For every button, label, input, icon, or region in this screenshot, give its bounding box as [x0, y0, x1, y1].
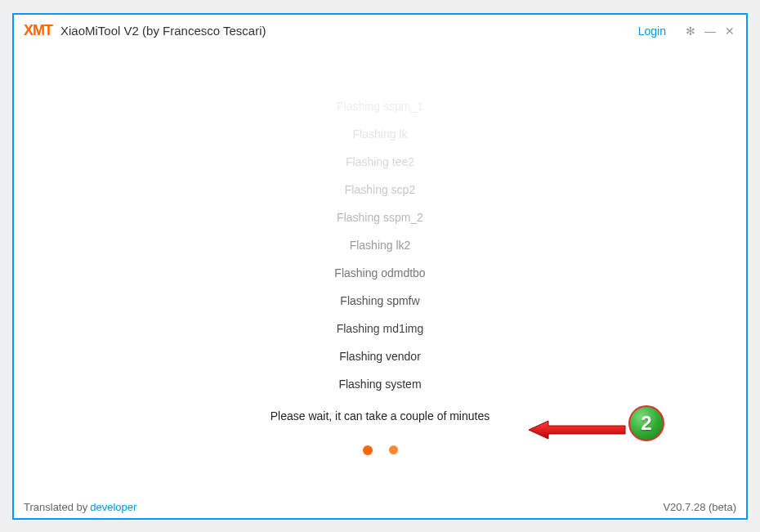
app-logo: XMT [24, 22, 52, 39]
log-line: Flashing tee2 [346, 155, 414, 168]
footer: Translated by developer V20.7.28 (beta) [14, 496, 746, 518]
log-line: Flashing lk2 [350, 239, 411, 252]
titlebar: XMT XiaoMiTool V2 (by Francesco Tescari)… [14, 15, 746, 47]
loading-dot [389, 445, 398, 454]
log-line: Flashing lk [353, 127, 408, 141]
loading-dot [363, 445, 373, 455]
log-line: Flashing sspm_2 [337, 211, 423, 224]
app-title: XiaoMiTool V2 (by Francesco Tescari) [60, 24, 266, 38]
status-message: Please wait, it can take a couple of min… [270, 409, 490, 422]
close-button[interactable]: ✕ [723, 25, 736, 38]
log-line: Flashing odmdtbo [334, 266, 425, 279]
developer-link[interactable]: developer [90, 501, 136, 513]
app-window: XMT XiaoMiTool V2 (by Francesco Tescari)… [12, 13, 748, 520]
translated-by-label: Translated by [24, 501, 87, 513]
settings-icon[interactable]: ✻ [684, 25, 697, 38]
log-line: Flashing md1img [337, 322, 424, 335]
minimize-button[interactable]: — [704, 25, 717, 38]
content-area: Flashing sspm_1 Flashing lk Flashing tee… [14, 47, 746, 496]
log-line: Flashing sspm_1 [337, 100, 423, 113]
log-line: Flashing system [338, 378, 421, 391]
log-line: Flashing spmfw [340, 294, 419, 307]
loading-indicator [363, 445, 398, 455]
login-link[interactable]: Login [638, 25, 666, 38]
log-line: Flashing vendor [339, 350, 421, 363]
version-label: V20.7.28 (beta) [663, 501, 736, 513]
log-line: Flashing scp2 [345, 183, 415, 196]
